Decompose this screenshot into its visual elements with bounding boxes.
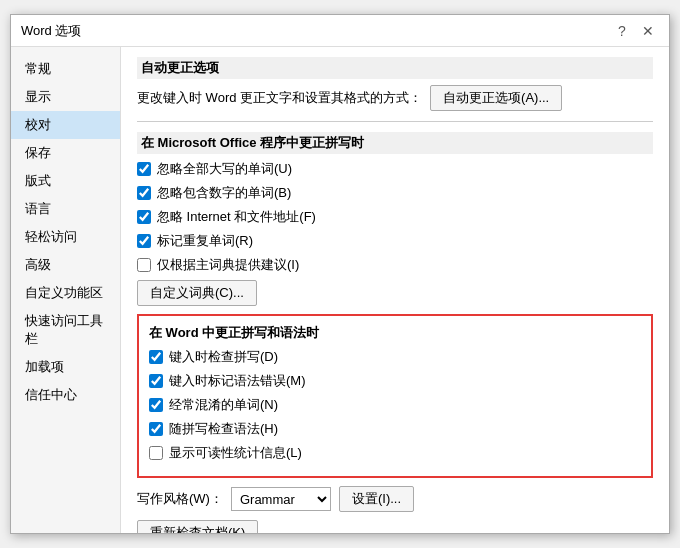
word-checkbox-row-0: 键入时检查拼写(D) [149, 348, 641, 366]
ms-office-checkbox-0[interactable] [137, 162, 151, 176]
dialog-title: Word 选项 [21, 22, 81, 40]
help-button[interactable]: ? [611, 20, 633, 42]
word-label-3: 随拼写检查语法(H) [169, 420, 278, 438]
ms-office-label-3: 标记重复单词(R) [157, 232, 253, 250]
ms-office-label-0: 忽略全部大写的单词(U) [157, 160, 292, 178]
custom-dict-button[interactable]: 自定义词典(C)... [137, 280, 257, 306]
writing-style-label: 写作风格(W)： [137, 490, 223, 508]
word-checkbox-0[interactable] [149, 350, 163, 364]
autocorrect-desc: 更改键入时 Word 更正文字和设置其格式的方式： [137, 89, 422, 107]
writing-style-select[interactable]: Grammar [231, 487, 331, 511]
ms-office-checkbox-row-0: 忽略全部大写的单词(U) [137, 160, 653, 178]
sidebar-item-轻松访问[interactable]: 轻松访问 [11, 223, 120, 251]
autocorrect-button[interactable]: 自动更正选项(A)... [430, 85, 562, 111]
ms-office-label-2: 忽略 Internet 和文件地址(F) [157, 208, 316, 226]
ms-office-checkbox-row-2: 忽略 Internet 和文件地址(F) [137, 208, 653, 226]
word-label-4: 显示可读性统计信息(L) [169, 444, 302, 462]
word-label-2: 经常混淆的单词(N) [169, 396, 278, 414]
ms-office-label-4: 仅根据主词典提供建议(I) [157, 256, 299, 274]
sidebar-item-加载项[interactable]: 加载项 [11, 353, 120, 381]
word-section-title: 在 Word 中更正拼写和语法时 [149, 324, 641, 342]
word-checkbox-row-2: 经常混淆的单词(N) [149, 396, 641, 414]
word-checkbox-3[interactable] [149, 422, 163, 436]
ms-office-checkbox-row-4: 仅根据主词典提供建议(I) [137, 256, 653, 274]
sidebar: 常规显示校对保存版式语言轻松访问高级自定义功能区快速访问工具栏加载项信任中心 [11, 47, 121, 533]
sidebar-item-常规[interactable]: 常规 [11, 55, 120, 83]
sidebar-item-版式[interactable]: 版式 [11, 167, 120, 195]
title-bar-controls: ? ✕ [611, 20, 659, 42]
autocorrect-section-title: 自动更正选项 [137, 57, 653, 79]
word-label-1: 键入时标记语法错误(M) [169, 372, 306, 390]
ms-office-checkbox-row-1: 忽略包含数字的单词(B) [137, 184, 653, 202]
sidebar-item-语言[interactable]: 语言 [11, 195, 120, 223]
word-checkbox-1[interactable] [149, 374, 163, 388]
word-checkbox-4[interactable] [149, 446, 163, 460]
word-options-dialog: Word 选项 ? ✕ 常规显示校对保存版式语言轻松访问高级自定义功能区快速访问… [10, 14, 670, 534]
recheck-button[interactable]: 重新检查文档(K) [137, 520, 258, 533]
ms-office-section-title: 在 Microsoft Office 程序中更正拼写时 [137, 132, 653, 154]
word-checkbox-row-1: 键入时标记语法错误(M) [149, 372, 641, 390]
ms-office-checkboxes: 忽略全部大写的单词(U)忽略包含数字的单词(B)忽略 Internet 和文件地… [137, 160, 653, 274]
ms-office-checkbox-row-3: 标记重复单词(R) [137, 232, 653, 250]
writing-style-row: 写作风格(W)： Grammar 设置(I)... [137, 486, 653, 512]
ms-office-checkbox-3[interactable] [137, 234, 151, 248]
word-checkbox-row-4: 显示可读性统计信息(L) [149, 444, 641, 462]
word-spell-section: 在 Word 中更正拼写和语法时 键入时检查拼写(D)键入时标记语法错误(M)经… [137, 314, 653, 478]
word-label-0: 键入时检查拼写(D) [169, 348, 278, 366]
sidebar-item-信任中心[interactable]: 信任中心 [11, 381, 120, 409]
word-checkbox-row-3: 随拼写检查语法(H) [149, 420, 641, 438]
sidebar-item-高级[interactable]: 高级 [11, 251, 120, 279]
ms-office-checkbox-1[interactable] [137, 186, 151, 200]
settings-button[interactable]: 设置(I)... [339, 486, 414, 512]
recheck-row: 重新检查文档(K) [137, 520, 653, 533]
sidebar-item-显示[interactable]: 显示 [11, 83, 120, 111]
sidebar-item-快速访问工具栏[interactable]: 快速访问工具栏 [11, 307, 120, 353]
autocorrect-row: 更改键入时 Word 更正文字和设置其格式的方式： 自动更正选项(A)... [137, 85, 653, 111]
sidebar-item-保存[interactable]: 保存 [11, 139, 120, 167]
ms-office-checkbox-2[interactable] [137, 210, 151, 224]
dialog-body: 常规显示校对保存版式语言轻松访问高级自定义功能区快速访问工具栏加载项信任中心 自… [11, 47, 669, 533]
close-button[interactable]: ✕ [637, 20, 659, 42]
word-checkbox-2[interactable] [149, 398, 163, 412]
title-bar: Word 选项 ? ✕ [11, 15, 669, 47]
sidebar-item-校对[interactable]: 校对 [11, 111, 120, 139]
ms-office-checkbox-4[interactable] [137, 258, 151, 272]
main-content: 自动更正选项 更改键入时 Word 更正文字和设置其格式的方式： 自动更正选项(… [121, 47, 669, 533]
word-checkboxes: 键入时检查拼写(D)键入时标记语法错误(M)经常混淆的单词(N)随拼写检查语法(… [149, 348, 641, 462]
sidebar-item-自定义功能区[interactable]: 自定义功能区 [11, 279, 120, 307]
ms-office-label-1: 忽略包含数字的单词(B) [157, 184, 291, 202]
